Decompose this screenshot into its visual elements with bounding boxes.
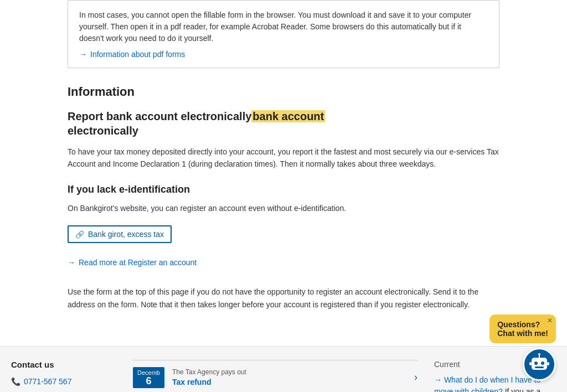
heading-highlight: bank account — [251, 110, 325, 122]
news-title-1[interactable]: Tax refund — [172, 378, 212, 386]
day-1: 6 — [146, 375, 151, 386]
footer-news: Decemb 6 The Tax Agency pays out Tax ref… — [127, 360, 423, 392]
svg-point-1 — [534, 362, 538, 365]
footer-contact: Contact us 📞 0771-567 567 → Contact and … — [0, 360, 127, 392]
chevron-icon-1: › — [414, 372, 417, 383]
information-title: Information — [68, 85, 499, 99]
svg-rect-7 — [547, 362, 549, 365]
robot-icon — [527, 352, 551, 376]
news-text-1: The Tax Agency pays out Tax refund — [172, 368, 409, 386]
news-item-1: Decemb 6 The Tax Agency pays out Tax ref… — [133, 360, 417, 392]
chat-avatar[interactable] — [523, 348, 556, 381]
heading-text-end: electronically — [68, 125, 138, 137]
svg-rect-6 — [529, 362, 532, 365]
arrow-icon: → — [79, 50, 87, 59]
chat-widget: ✕ Questions?Chat with me! — [489, 314, 556, 381]
close-icon[interactable]: ✕ — [547, 317, 553, 324]
external-link-icon: 🔗 — [75, 230, 84, 239]
date-box-1: Decemb 6 — [133, 367, 164, 388]
phone-number: 0771-567 567 — [24, 377, 71, 386]
bankgirot-link[interactable]: 🔗 Bank girot, excess tax — [68, 225, 172, 243]
footer: Contact us 📞 0771-567 567 → Contact and … — [0, 346, 567, 392]
svg-point-2 — [541, 362, 544, 365]
pdf-link-label: Information about pdf forms — [90, 50, 185, 59]
svg-rect-3 — [535, 367, 544, 368]
heading-text-1: Report bank account electronically — [68, 110, 251, 122]
read-more-link[interactable]: → Read more at Register an account — [68, 258, 197, 267]
eid-heading: If you lack e-identification — [68, 184, 499, 195]
read-more-label: Read more at Register an account — [79, 258, 197, 267]
bankgirot-description: On Bankgirot's website, you can register… — [68, 202, 499, 214]
report-bank-description: To have your tax money deposited directl… — [68, 146, 499, 171]
footer-inner: Contact us 📞 0771-567 567 → Contact and … — [0, 360, 567, 392]
info-box-text: In most cases, you cannot open the filla… — [79, 9, 488, 44]
phone-link[interactable]: 📞 0771-567 567 — [11, 377, 116, 386]
contact-title: Contact us — [11, 360, 116, 369]
report-bank-heading: Report bank account electronicallybank a… — [68, 109, 499, 138]
chat-bubble-text: Questions?Chat with me! — [497, 320, 548, 338]
news-label-1: The Tax Agency pays out — [172, 368, 409, 376]
read-more-arrow-icon: → — [68, 258, 75, 267]
info-box: In most cases, you cannot open the filla… — [68, 0, 499, 68]
current-arrow-icon: → — [434, 375, 444, 384]
form-description: Use the form at the top of this page if … — [68, 286, 499, 311]
phone-icon: 📞 — [11, 377, 20, 386]
pdf-link[interactable]: → Information about pdf forms — [79, 50, 185, 59]
bankgirot-link-label: Bank girot, excess tax — [88, 230, 164, 239]
svg-point-5 — [538, 353, 540, 355]
chat-bubble: ✕ Questions?Chat with me! — [489, 314, 556, 343]
